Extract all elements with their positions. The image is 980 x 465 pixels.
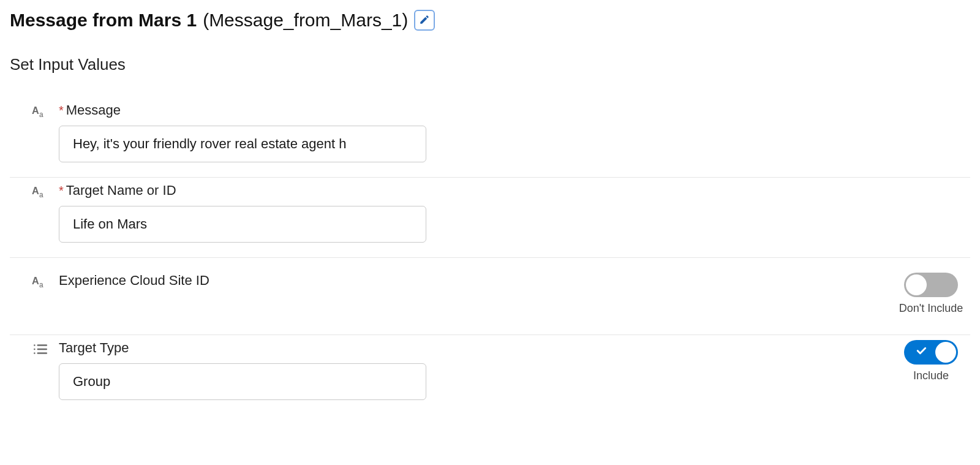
field-message: Aa * Message <box>10 97 970 178</box>
field-target-type: Target Type Include <box>10 335 970 415</box>
target-type-label: Target Type <box>59 340 129 356</box>
svg-text:a: a <box>39 191 43 199</box>
message-input[interactable] <box>59 126 426 162</box>
target-name-label: Target Name or ID <box>66 183 176 198</box>
text-type-icon: Aa <box>32 184 48 200</box>
site-id-label: Experience Cloud Site ID <box>59 273 209 289</box>
target-type-toggle-label: Include <box>913 369 949 382</box>
toggle-knob <box>935 342 956 363</box>
pencil-icon <box>419 14 430 27</box>
svg-text:A: A <box>32 105 39 116</box>
text-type-icon: Aa <box>32 274 48 290</box>
check-icon <box>915 345 927 360</box>
section-title: Set Input Values <box>10 55 970 74</box>
svg-text:a: a <box>39 110 43 119</box>
toggle-knob <box>906 274 927 295</box>
target-type-include-toggle[interactable] <box>904 340 958 365</box>
svg-point-6 <box>34 344 36 346</box>
field-site-id: Aa Experience Cloud Site ID Don't Includ… <box>10 258 970 335</box>
field-target-name: Aa * Target Name or ID <box>10 178 970 258</box>
header-row: Message from Mars 1 (Message_from_Mars_1… <box>10 10 970 31</box>
edit-title-button[interactable] <box>414 10 435 31</box>
required-marker: * <box>59 104 64 116</box>
svg-point-8 <box>34 349 36 350</box>
target-name-input[interactable] <box>59 206 426 243</box>
required-marker: * <box>59 184 64 197</box>
target-type-input[interactable] <box>59 363 426 400</box>
site-id-toggle-label: Don't Include <box>899 302 963 315</box>
picklist-icon <box>32 341 48 357</box>
svg-point-10 <box>34 352 36 354</box>
site-id-include-toggle[interactable] <box>904 273 958 297</box>
page-title: Message from Mars 1 <box>10 10 197 31</box>
svg-text:a: a <box>39 281 43 289</box>
svg-text:A: A <box>32 185 39 196</box>
svg-text:A: A <box>32 275 39 286</box>
api-name: (Message_from_Mars_1) <box>203 10 408 31</box>
message-label: Message <box>66 102 121 118</box>
text-type-icon: Aa <box>32 104 48 119</box>
